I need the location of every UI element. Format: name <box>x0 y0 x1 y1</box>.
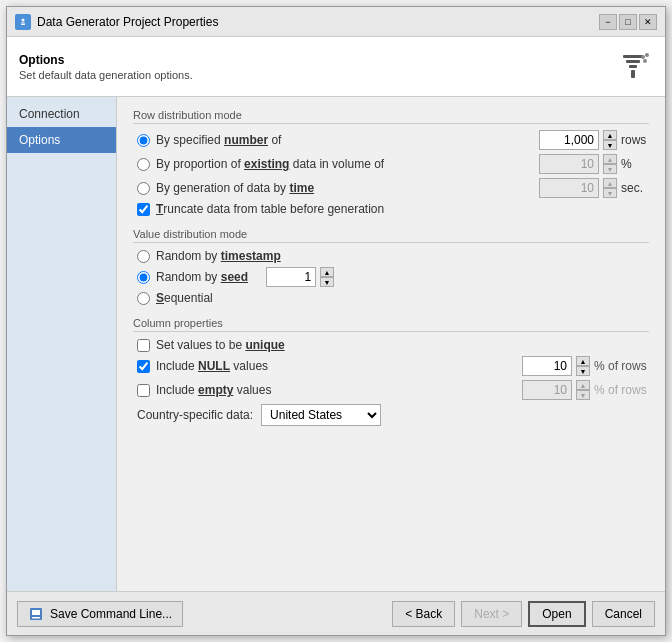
svg-rect-3 <box>21 24 25 25</box>
row-dist-by-number-input[interactable] <box>539 130 599 150</box>
val-dist-seed-label: Random by seed <box>156 270 248 284</box>
header-section: Options Set default data generation opti… <box>7 37 665 97</box>
row-dist-by-proportion-spin-up[interactable]: ▲ <box>603 154 617 164</box>
country-data-label: Country-specific data: <box>137 408 253 422</box>
svg-rect-12 <box>32 610 40 615</box>
empty-values-spinners: ▲ ▼ <box>576 380 590 400</box>
row-dist-by-proportion-input[interactable] <box>539 154 599 174</box>
val-dist-timestamp-label: Random by timestamp <box>156 249 281 263</box>
header-icon <box>613 47 653 87</box>
maximize-button[interactable]: □ <box>619 14 637 30</box>
row-dist-by-proportion-label: By proportion of existing data in volume… <box>156 157 384 171</box>
empty-values-pct-label: % of rows <box>594 383 649 397</box>
null-values-spinners: ▲ ▼ <box>576 356 590 376</box>
row-dist-by-time-input-group: ▲ ▼ sec. <box>539 178 649 198</box>
row-dist-by-time-spin-up[interactable]: ▲ <box>603 178 617 188</box>
null-values-row: Include NULL values ▲ ▼ % of rows <box>133 356 649 376</box>
unique-values-row: Set values to be unique <box>133 338 649 352</box>
body: Connection Options Row distribution mode… <box>7 97 665 591</box>
app-icon <box>15 14 31 30</box>
row-dist-by-number-unit: rows <box>621 133 649 147</box>
cancel-button[interactable]: Cancel <box>592 601 655 627</box>
empty-values-spin-down[interactable]: ▼ <box>576 390 590 400</box>
value-distribution-title: Value distribution mode <box>133 228 649 243</box>
row-dist-by-number-label: By specified number of <box>156 133 281 147</box>
column-properties-title: Column properties <box>133 317 649 332</box>
close-button[interactable]: ✕ <box>639 14 657 30</box>
val-dist-sequential-radio[interactable] <box>137 292 150 305</box>
val-dist-timestamp-radio[interactable] <box>137 250 150 263</box>
row-distribution-section: Row distribution mode By specified numbe… <box>133 109 649 216</box>
val-dist-sequential-label: Sequential <box>156 291 213 305</box>
minimize-button[interactable]: − <box>599 14 617 30</box>
empty-values-checkbox[interactable] <box>137 384 150 397</box>
value-distribution-section: Value distribution mode Random by timest… <box>133 228 649 305</box>
title-bar-controls: − □ ✕ <box>599 14 657 30</box>
row-dist-by-time-label: By generation of data by time <box>156 181 314 195</box>
save-command-line-button[interactable]: Save Command Line... <box>17 601 183 627</box>
row-dist-by-time-unit: sec. <box>621 181 649 195</box>
row-dist-by-number-radio[interactable] <box>137 134 150 147</box>
country-data-row: Country-specific data: United States Uni… <box>133 404 649 426</box>
null-values-input[interactable] <box>522 356 572 376</box>
null-values-label: Include NULL values <box>156 359 268 373</box>
svg-rect-6 <box>629 65 637 68</box>
country-data-select[interactable]: United States United Kingdom Germany Fra… <box>261 404 381 426</box>
row-dist-by-proportion-unit: % <box>621 157 649 171</box>
val-dist-seed-spin-up[interactable]: ▲ <box>320 267 334 277</box>
svg-point-10 <box>643 59 647 63</box>
val-dist-timestamp-row: Random by timestamp <box>133 249 649 263</box>
row-dist-by-proportion-spinners: ▲ ▼ <box>603 154 617 174</box>
val-dist-seed-spinners: ▲ ▼ <box>320 267 334 287</box>
title-bar: Data Generator Project Properties − □ ✕ <box>7 7 665 37</box>
next-button[interactable]: Next > <box>461 601 522 627</box>
null-values-spin-down[interactable]: ▼ <box>576 366 590 376</box>
column-properties-section: Column properties Set values to be uniqu… <box>133 317 649 426</box>
svg-rect-7 <box>631 70 635 78</box>
null-values-spin-up[interactable]: ▲ <box>576 356 590 366</box>
row-dist-by-number-row: By specified number of ▲ ▼ rows <box>133 130 649 150</box>
row-dist-by-number-spin-up[interactable]: ▲ <box>603 130 617 140</box>
header-description: Set default data generation options. <box>19 69 193 81</box>
null-values-pct-label: % of rows <box>594 359 649 373</box>
null-values-checkbox[interactable] <box>137 360 150 373</box>
empty-values-row: Include empty values ▲ ▼ % of rows <box>133 380 649 400</box>
empty-values-input[interactable] <box>522 380 572 400</box>
row-dist-by-time-spin-down[interactable]: ▼ <box>603 188 617 198</box>
sidebar: Connection Options <box>7 97 117 591</box>
svg-point-8 <box>641 55 645 59</box>
row-dist-by-number-spinners: ▲ ▼ <box>603 130 617 150</box>
val-dist-seed-input[interactable] <box>266 267 316 287</box>
sidebar-item-connection[interactable]: Connection <box>7 101 116 127</box>
open-button[interactable]: Open <box>528 601 585 627</box>
save-command-line-label: Save Command Line... <box>50 607 172 621</box>
val-dist-seed-row: Random by seed ▲ ▼ <box>133 267 649 287</box>
val-dist-seed-spin-down[interactable]: ▼ <box>320 277 334 287</box>
unique-values-checkbox[interactable] <box>137 339 150 352</box>
main-content: Row distribution mode By specified numbe… <box>117 97 665 591</box>
row-dist-by-time-spinners: ▲ ▼ <box>603 178 617 198</box>
back-button[interactable]: < Back <box>392 601 455 627</box>
row-dist-by-proportion-input-group: ▲ ▼ % <box>539 154 649 174</box>
svg-point-1 <box>22 18 25 21</box>
empty-values-spin-up[interactable]: ▲ <box>576 380 590 390</box>
row-dist-by-proportion-spin-down[interactable]: ▼ <box>603 164 617 174</box>
row-dist-by-time-row: By generation of data by time ▲ ▼ sec. <box>133 178 649 198</box>
row-dist-by-number-spin-down[interactable]: ▼ <box>603 140 617 150</box>
svg-rect-13 <box>32 617 40 619</box>
truncate-checkbox[interactable] <box>137 203 150 216</box>
header-title: Options <box>19 53 193 67</box>
row-dist-by-time-input[interactable] <box>539 178 599 198</box>
val-dist-seed-radio[interactable] <box>137 271 150 284</box>
svg-point-9 <box>645 53 649 57</box>
row-dist-by-time-radio[interactable] <box>137 182 150 195</box>
row-dist-by-proportion-radio[interactable] <box>137 158 150 171</box>
main-window: Data Generator Project Properties − □ ✕ … <box>6 6 666 636</box>
row-dist-by-number-input-group: ▲ ▼ rows <box>539 130 649 150</box>
sidebar-item-options[interactable]: Options <box>7 127 116 153</box>
svg-rect-4 <box>623 55 643 58</box>
val-dist-sequential-row: Sequential <box>133 291 649 305</box>
truncate-label: Truncate data from table before generati… <box>156 202 384 216</box>
row-distribution-title: Row distribution mode <box>133 109 649 124</box>
empty-values-label: Include empty values <box>156 383 271 397</box>
